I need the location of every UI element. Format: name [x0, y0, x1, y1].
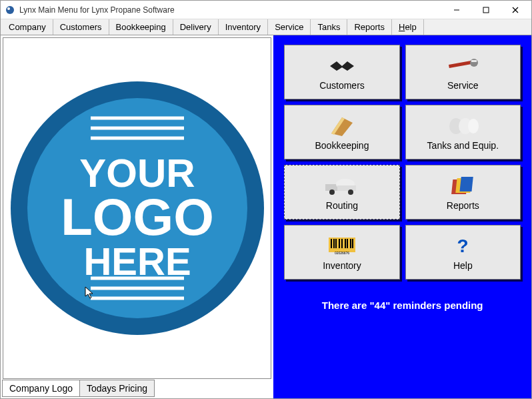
- maximize-button[interactable]: [471, 1, 501, 19]
- svg-rect-27: [460, 177, 473, 191]
- customers-button[interactable]: Customers: [284, 45, 399, 99]
- bookkeeping-button[interactable]: Bookkeeping: [284, 105, 399, 159]
- reminders-status: There are "44" reminders pending: [280, 300, 525, 311]
- button-label: Service: [447, 80, 479, 91]
- svg-rect-3: [483, 7, 489, 13]
- question-icon: ?: [455, 234, 471, 258]
- menu-tanks[interactable]: Tanks: [311, 19, 347, 35]
- tab-todays-pricing[interactable]: Todays Pricing: [79, 380, 155, 397]
- logo-placeholder: YOUR LOGO HERE: [4, 75, 271, 342]
- content-area: YOUR LOGO HERE Company Logo Todays Prici…: [1, 35, 531, 398]
- left-pane: YOUR LOGO HERE Company Logo Todays Prici…: [1, 35, 273, 398]
- svg-point-1: [7, 7, 10, 10]
- menubar: Company Customers Bookkeeping Delivery I…: [1, 19, 531, 35]
- routing-button[interactable]: Routing: [284, 165, 399, 220]
- minimize-button[interactable]: [442, 1, 471, 19]
- button-label: Tanks and Equip.: [427, 140, 499, 151]
- svg-point-15: [470, 59, 478, 67]
- button-label: Routing: [326, 200, 358, 211]
- svg-point-23: [329, 189, 335, 195]
- menu-bookkeeping[interactable]: Bookkeeping: [109, 19, 173, 35]
- menu-help[interactable]: Help: [392, 19, 424, 35]
- handshake-icon: [327, 54, 357, 78]
- tab-company-logo[interactable]: Company Logo: [2, 380, 80, 397]
- folder-icon: [451, 174, 475, 198]
- wrench-icon: [446, 54, 479, 78]
- help-button[interactable]: ? Help: [405, 225, 521, 280]
- menu-inventory[interactable]: Inventory: [219, 19, 268, 35]
- button-label: Bookkeeping: [315, 140, 369, 151]
- cursor-icon: [85, 286, 95, 303]
- logo-card: YOUR LOGO HERE: [3, 37, 271, 379]
- svg-rect-22: [337, 185, 356, 191]
- tanks-button[interactable]: Tanks and Equip.: [405, 105, 521, 159]
- close-button[interactable]: [501, 1, 530, 19]
- button-label: Help: [453, 260, 473, 271]
- app-icon: [5, 5, 15, 15]
- button-label: Inventory: [323, 260, 361, 271]
- reports-button[interactable]: Reports: [405, 165, 521, 220]
- button-label: Reports: [447, 200, 479, 211]
- svg-rect-16: [471, 60, 477, 62]
- menu-customers[interactable]: Customers: [53, 19, 109, 35]
- logo-line2: LOGO: [61, 187, 214, 246]
- logo-line3: HERE: [83, 240, 191, 283]
- svg-text:02026676: 02026676: [335, 251, 349, 255]
- inventory-button[interactable]: 02026676 Inventory: [284, 225, 399, 280]
- button-label: Customers: [319, 80, 365, 91]
- svg-rect-14: [449, 61, 471, 68]
- service-button[interactable]: Service: [405, 45, 521, 99]
- tank-icon: [447, 114, 479, 138]
- menu-delivery[interactable]: Delivery: [173, 19, 219, 35]
- titlebar: Lynx Main Menu for Lynx Propane Software: [1, 1, 531, 19]
- ledger-icon: [329, 114, 355, 138]
- window-controls: [442, 1, 530, 19]
- svg-point-0: [6, 6, 14, 14]
- tabs: Company Logo Todays Pricing: [2, 380, 272, 397]
- menu-service[interactable]: Service: [268, 19, 311, 35]
- svg-point-24: [348, 189, 353, 195]
- right-pane: Customers Service Bookkeeping Tanks and …: [273, 35, 531, 398]
- svg-point-19: [468, 119, 479, 133]
- barcode-icon: 02026676: [327, 234, 357, 258]
- truck-icon: [324, 174, 360, 198]
- svg-text:?: ?: [457, 236, 469, 256]
- menu-company[interactable]: Company: [2, 19, 53, 35]
- menu-reports[interactable]: Reports: [347, 19, 392, 35]
- button-grid: Customers Service Bookkeeping Tanks and …: [280, 45, 525, 280]
- window-title: Lynx Main Menu for Lynx Propane Software: [19, 5, 442, 15]
